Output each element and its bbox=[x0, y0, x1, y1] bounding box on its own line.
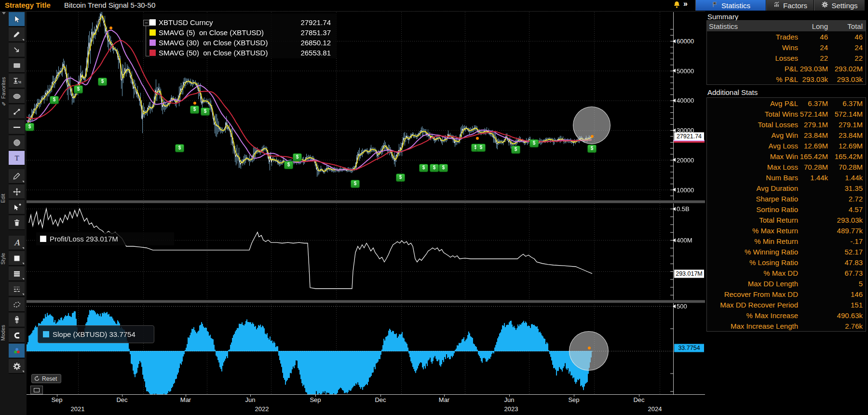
dropdown-caret-icon bbox=[22, 247, 24, 249]
cursor-tool-icon[interactable] bbox=[9, 12, 25, 27]
retracement-percent-tool-icon[interactable]: % bbox=[9, 74, 25, 88]
toolbar-collapse-icon[interactable] bbox=[2, 12, 6, 14]
y-axis-tick-label: 500 bbox=[677, 303, 687, 310]
font-tool-icon[interactable]: A bbox=[9, 236, 25, 250]
y-axis-tick-label: 10000 bbox=[677, 186, 694, 193]
line-styles-tool-icon[interactable] bbox=[9, 282, 25, 296]
stats-row: Total Losses279.1M279.1M bbox=[707, 119, 866, 130]
stats-row: Total Wins572.14M572.14M bbox=[707, 108, 866, 119]
magnet-tool-icon[interactable] bbox=[9, 328, 25, 343]
stats-label: Sortino Ratio bbox=[707, 205, 798, 214]
stats-row: Avg Duration31.35 bbox=[707, 183, 866, 193]
lasso-tool-icon[interactable] bbox=[9, 297, 25, 312]
trend-arrow-tool-icon[interactable] bbox=[9, 43, 25, 57]
stats-row: Recover From Max DD146 bbox=[707, 289, 866, 299]
buy-signal-marker: $ bbox=[396, 174, 405, 182]
pencil-edit-tool-icon[interactable] bbox=[9, 169, 25, 184]
stats-label: Avg Win bbox=[707, 131, 798, 139]
legend-tree-line bbox=[146, 26, 149, 56]
x-axis-month-label: Mar bbox=[175, 396, 196, 403]
stats-long-value: 279.1M bbox=[798, 120, 828, 129]
toolbar-group-label-favorites: ✎ Favorites bbox=[0, 63, 8, 120]
cursor-plus-tool-icon[interactable] bbox=[9, 200, 25, 214]
fill-swatch-tool-icon[interactable] bbox=[9, 251, 25, 266]
strategy-title: Strategy Title bbox=[5, 1, 51, 9]
move-tool-icon[interactable] bbox=[9, 185, 25, 199]
legend-series-value: 26850.12 bbox=[300, 39, 331, 47]
x-axis-year-label: 2024 bbox=[640, 405, 669, 413]
stats-row: P&L293.03M293.02M bbox=[707, 63, 866, 74]
stats-label: Avg P&L bbox=[707, 99, 798, 107]
color-modes-tool-icon[interactable] bbox=[9, 344, 25, 358]
pencil-tool-icon[interactable] bbox=[9, 27, 25, 42]
panel-splitter[interactable] bbox=[27, 200, 705, 203]
tab-factors[interactable]: Factors bbox=[766, 0, 814, 11]
horizontal-line-tool-icon[interactable] bbox=[9, 120, 25, 134]
tab-settings[interactable]: Settings bbox=[814, 0, 865, 11]
x-axis-month-label: Jun bbox=[499, 396, 520, 403]
strategy-name: Bitcoin Trend Signal 5-30-50 bbox=[64, 1, 155, 9]
reset-label: Reset bbox=[42, 375, 57, 382]
reset-icon bbox=[34, 375, 40, 382]
stats-total-value: 4.57 bbox=[828, 205, 866, 214]
price-chart-canvas[interactable] bbox=[27, 12, 673, 200]
x-axis-month-label: Dec bbox=[628, 396, 650, 403]
stats-label: P&L bbox=[707, 65, 798, 73]
stats-long-value: 70.28M bbox=[798, 163, 828, 171]
dropdown-caret-icon bbox=[22, 181, 24, 183]
toolbar-group-label-edit: Edit bbox=[0, 170, 8, 228]
legend-series-name: SMAVG (5) on Close (XBTUSD) bbox=[159, 28, 264, 37]
stats-total-value: 293.03k bbox=[828, 216, 866, 224]
y-axis-tick-label: 60000 bbox=[677, 38, 694, 45]
stats-label: Max DD Recover Period bbox=[707, 301, 798, 309]
trash-tool-icon[interactable] bbox=[9, 215, 25, 230]
x-axis-month-label: Jun bbox=[240, 396, 261, 403]
panel-splitter[interactable] bbox=[27, 300, 705, 303]
stats-label: Trades bbox=[707, 33, 798, 41]
chevron-double-icon[interactable]: » bbox=[683, 0, 687, 8]
gear-tool-icon[interactable] bbox=[9, 359, 25, 374]
collapsed-panel-chip[interactable] bbox=[30, 386, 43, 394]
stats-row: % Min Return-.17 bbox=[707, 236, 866, 246]
stats-label: % Max DD bbox=[707, 269, 798, 277]
legend-swatch bbox=[149, 29, 156, 36]
circle-tool-icon[interactable] bbox=[9, 135, 25, 150]
gear-icon bbox=[821, 1, 828, 10]
notification-bell-icon[interactable] bbox=[673, 0, 682, 10]
legend-row: SMAVG (50) on Close (XBTUSD)26553.81 bbox=[149, 48, 331, 57]
x-axis-month-label: Sep bbox=[46, 396, 68, 403]
legend-row: SMAVG (30) on Close (XBTUSD)26850.12 bbox=[149, 38, 331, 47]
segment-tool-icon[interactable] bbox=[9, 105, 25, 119]
stats-long-value: 165.42M bbox=[798, 152, 828, 161]
ellipse-tool-icon[interactable] bbox=[9, 89, 25, 104]
buy-signal-marker: $ bbox=[175, 144, 184, 152]
drawing-toolbar: ✎ Favorites%TEditStyleAModes bbox=[0, 11, 27, 415]
stats-row: Sortino Ratio4.57 bbox=[707, 204, 866, 214]
tab-statistics[interactable]: Statistics bbox=[695, 0, 766, 11]
x-axis-year-label: 2022 bbox=[247, 405, 276, 413]
pnl-chart-canvas[interactable] bbox=[27, 203, 673, 300]
stats-total-value: 490.63k bbox=[828, 311, 866, 320]
layers-tool-icon[interactable] bbox=[9, 267, 25, 281]
text-tool-icon[interactable]: T bbox=[9, 151, 25, 165]
stats-row: % Losing Ratio47.83 bbox=[707, 257, 866, 268]
rectangle-tool-icon[interactable] bbox=[9, 58, 25, 73]
col-total: Total bbox=[828, 22, 866, 30]
stats-total-value: 12.69M bbox=[828, 142, 866, 150]
stats-row: Max Increase Length2.76k bbox=[707, 321, 866, 331]
legend-expander-icon[interactable]: – bbox=[143, 20, 149, 26]
x-axis-line bbox=[27, 394, 705, 395]
stats-total-value: 24 bbox=[828, 43, 866, 52]
stats-label: % Winning Ratio bbox=[707, 248, 798, 256]
x-axis-year-label: 2021 bbox=[63, 405, 92, 413]
stats-total-value: 1.44k bbox=[828, 174, 866, 182]
dropdown-caret-icon bbox=[22, 294, 24, 295]
signal-dot bbox=[109, 27, 112, 29]
pnl-legend: Profit/Loss 293.017M bbox=[36, 232, 174, 245]
reset-button[interactable]: Reset bbox=[31, 374, 61, 383]
buy-signal-marker: $ bbox=[50, 96, 59, 104]
stats-row: Max DD Recover Period151 bbox=[707, 299, 866, 310]
lock-crosshair-tool-icon[interactable] bbox=[9, 313, 25, 327]
stats-label: Sharpe Ratio bbox=[707, 195, 798, 203]
stats-label: Max Loss bbox=[707, 163, 798, 171]
